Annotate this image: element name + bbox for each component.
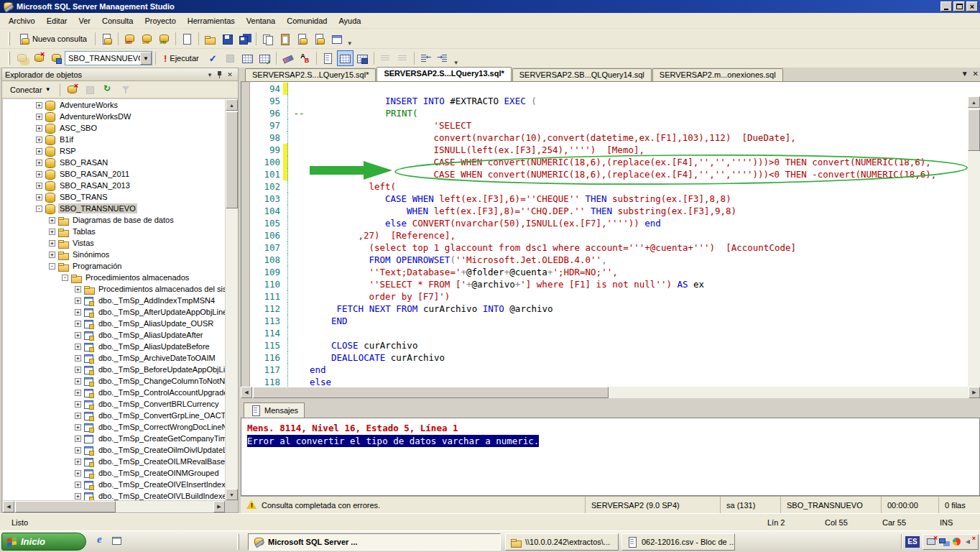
open-file-icon[interactable]	[202, 31, 218, 47]
code-line[interactable]: 108FROM OPENROWSET(''Microsoft.Jet.OLEDB…	[250, 254, 968, 266]
script-database-icon[interactable]	[294, 31, 310, 47]
decrease-indent-icon[interactable]	[417, 50, 434, 66]
toolbar-overflow-icon[interactable]: ▼	[347, 40, 353, 47]
refresh-icon[interactable]	[100, 82, 116, 98]
tree-item[interactable]: + dbo._TmSp_ArchiveDateToOAIM	[3, 352, 225, 364]
menu-item[interactable]: Herramientas	[182, 14, 241, 27]
tree-item[interactable]: + dbo._TmSp_ConvertGrpLine_OACT	[3, 410, 225, 421]
messages-tab[interactable]: Mensajes	[244, 402, 305, 418]
task-button[interactable]: 062-12016.csv - Bloc de ...	[621, 533, 735, 551]
code-line[interactable]: 114	[250, 327, 968, 339]
scroll-left-icon[interactable]: ◀	[3, 501, 14, 512]
expand-collapse-icon[interactable]: +	[75, 367, 81, 373]
code-line[interactable]: 116DEALLOCATE curArchivo	[250, 351, 968, 364]
expand-collapse-icon[interactable]: +	[75, 459, 81, 465]
editor-horizontal-scrollbar[interactable]: ◀ ▶	[241, 387, 980, 398]
network-disconnected-icon[interactable]	[925, 536, 937, 548]
tree-item[interactable]: + B1if	[3, 134, 225, 145]
expand-collapse-icon[interactable]: +	[49, 229, 55, 235]
tree-item[interactable]: + dbo._TmSp_CreateOIVEInsertIndexe	[3, 479, 225, 490]
windows-explorer-icon[interactable]	[111, 535, 122, 546]
explorer-horizontal-scrollbar[interactable]: ◀ ▶	[3, 501, 225, 512]
restore-button[interactable]	[953, 1, 965, 12]
expand-collapse-icon[interactable]: +	[75, 309, 81, 316]
expand-collapse-icon[interactable]: +	[75, 470, 81, 477]
expand-collapse-icon[interactable]: +	[36, 183, 42, 189]
clipboard-icon[interactable]	[277, 31, 293, 47]
tree-item[interactable]: + ASC_SBO	[3, 122, 225, 134]
expand-collapse-icon[interactable]: +	[36, 148, 42, 155]
expand-collapse-icon[interactable]: +	[75, 378, 81, 385]
comment-lines-icon[interactable]	[377, 50, 394, 66]
expand-collapse-icon[interactable]: +	[49, 217, 55, 224]
close-document-icon[interactable]: ✕	[973, 70, 979, 78]
expand-collapse-icon[interactable]: +	[75, 321, 81, 327]
expand-collapse-icon[interactable]: +	[49, 252, 55, 258]
menu-item[interactable]: Ayuda	[333, 14, 366, 27]
increase-indent-icon[interactable]	[435, 50, 451, 66]
expand-collapse-icon[interactable]: +	[36, 137, 42, 143]
scroll-up-icon[interactable]: ▲	[968, 96, 980, 108]
results-to-grid-icon[interactable]	[337, 50, 353, 66]
explorer-vertical-scrollbar[interactable]: ▲ ▼	[226, 99, 238, 500]
tree-item[interactable]: + SBO_RASAN_2011	[3, 168, 225, 180]
code-line[interactable]: 95INSERT INTO #EXTRACTO EXEC (	[250, 95, 968, 107]
menu-item[interactable]: Ver	[73, 14, 96, 27]
tab-list-dropdown-icon[interactable]: ▼	[961, 70, 969, 78]
remote-desktop-icon[interactable]	[938, 536, 950, 548]
expand-collapse-icon[interactable]: +	[75, 286, 81, 293]
code-line[interactable]: 94	[250, 83, 968, 95]
code-line[interactable]: 97'SELECT	[250, 119, 968, 132]
scroll-right-icon[interactable]: ▶	[969, 387, 980, 398]
tree-item[interactable]: + Procedimientos almacenados del siste	[3, 283, 225, 295]
tree-item[interactable]: + RSP	[3, 145, 225, 157]
tree-item[interactable]: + Diagramas de base de datos	[3, 214, 225, 226]
code-line[interactable]: 107(select top 1 glaccount from dsc1 whe…	[250, 242, 968, 254]
include-actual-plan-icon[interactable]	[256, 50, 273, 66]
code-line[interactable]: 98convert(nvarchar(10),convert(datetime,…	[250, 132, 968, 144]
tree-item[interactable]: + dbo._TmSp_BeforeUpdateAppObjLin	[3, 364, 225, 375]
expand-collapse-icon[interactable]: +	[36, 102, 42, 109]
scroll-down-icon[interactable]: ▼	[226, 489, 238, 500]
analysis-mdx-query-icon[interactable]	[121, 31, 138, 47]
code-line[interactable]: 111order by [F7]')	[250, 290, 968, 303]
expand-collapse-icon[interactable]: +	[75, 436, 81, 442]
code-line[interactable]: 102left(	[250, 180, 968, 193]
language-indicator[interactable]: ES	[905, 536, 920, 548]
code-line[interactable]: 113END	[250, 315, 968, 327]
scrollbar-thumb[interactable]	[15, 501, 116, 512]
expand-collapse-icon[interactable]: +	[75, 332, 81, 339]
messages-body[interactable]: Mens. 8114, Nivel 16, Estado 5, Línea 1 …	[241, 418, 980, 496]
tree-item[interactable]: + dbo._TmSp_CorrectWrongDocLineNu	[3, 421, 225, 433]
disconnect-icon[interactable]	[64, 82, 80, 98]
scroll-up-icon[interactable]: ▲	[226, 99, 238, 111]
tree-item[interactable]: + dbo._TmSp_CreateOILMRevalBasedI	[3, 456, 225, 467]
tree-item[interactable]: + AdventureWorksDW	[3, 111, 225, 122]
stop-button[interactable]	[222, 50, 239, 66]
tree-item[interactable]: + dbo._TmSp_CreateGetCompanyTime	[3, 433, 225, 444]
pin-icon[interactable]	[215, 70, 225, 80]
specify-values-icon[interactable]	[297, 50, 313, 66]
expand-collapse-icon[interactable]: +	[75, 447, 81, 454]
tree-item[interactable]: + SBO_RASAN	[3, 157, 225, 168]
code-line[interactable]: 100CASE WHEN convert(NUMERIC(18,6),(repl…	[250, 156, 968, 168]
expand-collapse-icon[interactable]: +	[36, 160, 42, 166]
menu-item[interactable]: Archivo	[3, 14, 41, 27]
code-line[interactable]: 106,27) [Reference],	[250, 229, 968, 242]
database-engine-query-icon[interactable]	[98, 31, 115, 47]
results-to-text-icon[interactable]	[320, 50, 336, 66]
close-panel-icon[interactable]: ✕	[225, 70, 235, 80]
tree-item[interactable]: + dbo._TmSp_AliasUpdate_OUSR	[3, 318, 225, 329]
tree-item[interactable]: + dbo._TmSp_ChangeColumnToNotNul	[3, 375, 225, 387]
toolbar-overflow-icon[interactable]: ▼	[453, 60, 459, 66]
tree-item[interactable]: + dbo._TmSp_AliasUpdateAfter	[3, 329, 225, 341]
expand-collapse-icon[interactable]: -	[49, 263, 55, 270]
tree-item[interactable]: + Tablas	[3, 226, 225, 237]
tree-item[interactable]: + dbo._TmSp_AliasUpdateBefore	[3, 341, 225, 352]
expand-collapse-icon[interactable]: +	[75, 390, 81, 396]
tree-item[interactable]: + SBO_RASAN_2013	[3, 180, 225, 191]
tree-item[interactable]: + Sinónimos	[3, 249, 225, 260]
editor-tab[interactable]: SERVERSAP2.SB...QLQuery14.sql	[512, 68, 652, 81]
compact-edition-query-icon[interactable]	[179, 31, 195, 47]
tree-item[interactable]: + dbo._TmSp_AddIndexTmpMSN4	[3, 295, 225, 306]
